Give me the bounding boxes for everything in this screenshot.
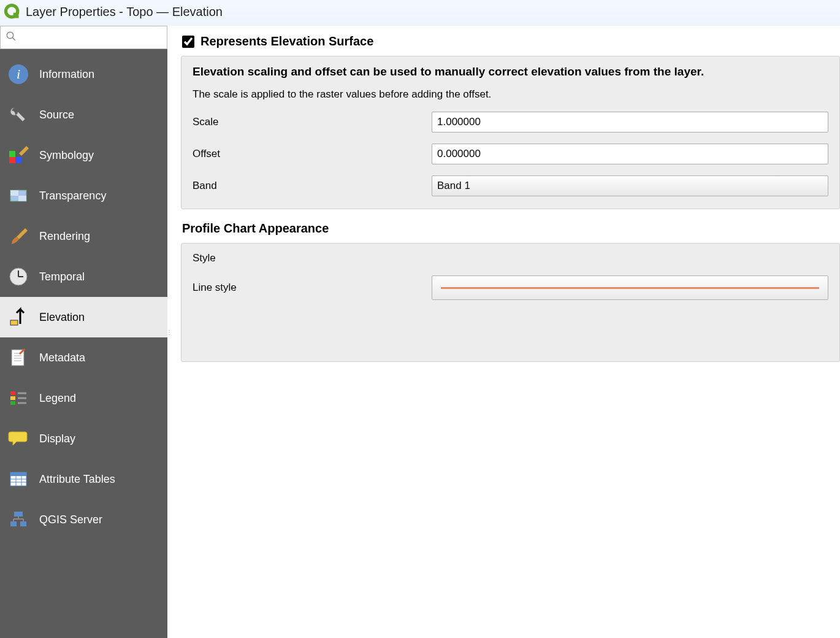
linestyle-label: Line style [193,282,432,294]
svg-rect-7 [9,151,15,157]
svg-rect-23 [10,396,15,400]
sidebar-list: i Information Source [0,49,167,638]
sidebar-item-attribute-tables[interactable]: Attribute Tables [0,459,167,499]
table-icon [7,468,29,490]
info-icon: i [7,63,29,85]
brush-color-icon [7,144,29,166]
elevation-icon [7,306,29,328]
sidebar-item-legend[interactable]: Legend [0,378,167,418]
svg-rect-8 [15,157,21,163]
svg-rect-21 [10,391,15,395]
sidebar-item-transparency[interactable]: Transparency [0,175,167,216]
sidebar-item-label: Source [39,109,74,121]
sidebar-item-label: Rendering [39,230,90,243]
sidebar-item-label: Attribute Tables [39,473,115,486]
band-label: Band [193,180,432,192]
wrench-icon [7,104,29,126]
speech-bubble-icon [7,428,29,450]
sidebar-item-information[interactable]: i Information [0,54,167,94]
sidebar-item-label: Temporal [39,271,85,283]
sidebar-item-label: Information [39,68,94,81]
svg-rect-6 [9,157,15,163]
paintbrush-icon [7,225,29,247]
svg-rect-25 [10,401,15,405]
qgis-logo-icon [4,3,21,20]
svg-point-2 [7,32,13,39]
elevation-scaling-group: Elevation scaling and offset can be used… [181,56,840,209]
sidebar-item-source[interactable]: Source [0,94,167,135]
sidebar-item-label: Symbology [39,149,94,162]
sidebar-item-rendering[interactable]: Rendering [0,216,167,256]
line-style-preview [441,287,819,289]
offset-label: Offset [193,148,432,160]
svg-rect-15 [10,320,18,325]
svg-rect-28 [10,472,26,476]
svg-rect-35 [20,521,26,526]
scale-label: Scale [193,116,432,128]
represents-elevation-label: Represents Elevation Surface [200,34,373,48]
svg-rect-1 [13,13,19,18]
svg-rect-10 [10,190,18,196]
titlebar: Layer Properties - Topo — Elevation [0,0,840,26]
sidebar-search-input[interactable] [19,33,162,43]
band-select-value: Band 1 [437,180,470,192]
sidebar-item-label: Legend [39,392,76,405]
window-title: Layer Properties - Topo — Elevation [26,5,223,19]
offset-input[interactable] [432,144,828,164]
svg-rect-33 [14,512,23,517]
sidebar-item-metadata[interactable]: Metadata [0,337,167,378]
sidebar-item-symbology[interactable]: Symbology [0,135,167,175]
content-panel: Represents Elevation Surface Elevation s… [171,26,840,638]
sidebar-item-label: QGIS Server [39,513,102,526]
svg-line-3 [12,37,15,40]
sidebar-item-elevation[interactable]: Elevation [0,297,167,337]
represents-elevation-checkbox[interactable] [182,36,194,48]
svg-text:i: i [17,66,20,82]
scaling-heading: Elevation scaling and offset can be used… [193,65,828,79]
sidebar-item-display[interactable]: Display [0,418,167,459]
scaling-subtext: The scale is applied to the raster value… [193,88,828,101]
style-label: Style [193,252,432,264]
sidebar-search[interactable] [0,26,167,49]
server-icon [7,509,29,531]
document-pencil-icon [7,347,29,369]
svg-rect-11 [18,196,26,201]
sidebar-item-label: Transparency [39,190,106,202]
represents-elevation-checkbox-row: Represents Elevation Surface [182,34,840,48]
sidebar-item-label: Display [39,432,75,445]
sidebar-item-qgis-server[interactable]: QGIS Server [0,499,167,540]
sidebar: i Information Source [0,26,167,638]
clock-icon [7,266,29,288]
band-select[interactable]: Band 1 [432,175,828,196]
legend-icon [7,387,29,409]
scale-input[interactable] [432,112,828,133]
line-style-button[interactable] [432,275,828,300]
svg-rect-34 [10,521,17,526]
sidebar-item-label: Elevation [39,311,85,324]
search-icon [6,31,17,45]
sidebar-item-label: Metadata [39,352,85,364]
profile-chart-heading: Profile Chart Appearance [182,221,840,236]
transparency-icon [7,185,29,207]
profile-appearance-group: Style Line style [181,243,840,362]
sidebar-item-temporal[interactable]: Temporal [0,256,167,297]
